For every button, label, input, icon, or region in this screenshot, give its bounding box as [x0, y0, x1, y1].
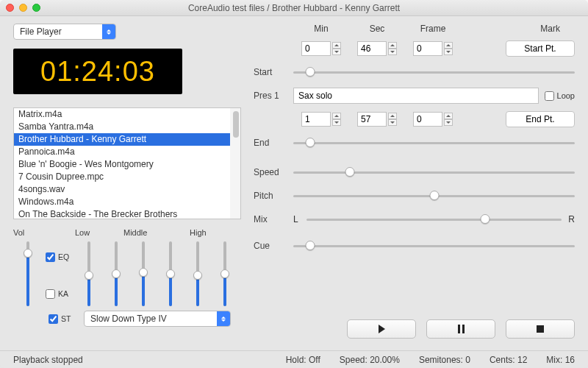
stop-button[interactable] [506, 319, 575, 339]
playlist-item[interactable]: Matrix.m4a [14, 108, 240, 121]
eq-slider-4[interactable] [162, 241, 179, 306]
status-cents: Cents: 12 [490, 355, 527, 365]
mid-label: Middle [103, 228, 165, 237]
chevron-down-icon[interactable] [444, 49, 453, 55]
status-bar: Playback stopped Hold: Off Speed: 20.00%… [0, 350, 588, 368]
chevron-down-icon[interactable] [388, 49, 397, 55]
playlist-item[interactable]: Blue 'n' Boogie - Wes Montgomery [14, 158, 240, 171]
app-window: CoreAudio test files / Brother Hubbard -… [0, 0, 588, 368]
playlist-item[interactable]: Pannoica.m4a [14, 146, 240, 158]
chevron-up-icon[interactable] [444, 113, 453, 119]
playlist-item[interactable]: Samba Yantra.m4a [14, 121, 240, 133]
eq-slider-2[interactable] [108, 241, 124, 306]
playlist-item[interactable]: Windows.m4a [14, 196, 240, 208]
source-selector-label: File Player [14, 26, 102, 37]
chevron-up-icon[interactable] [332, 113, 341, 119]
pause-icon [458, 325, 465, 333]
frame-header: Frame [405, 24, 461, 34]
mix-left-label: L [293, 214, 306, 224]
end-label: End [254, 138, 293, 148]
status-hold: Hold: Off [286, 355, 320, 365]
chevron-down-icon[interactable] [444, 119, 453, 126]
end-sec-input[interactable] [357, 112, 387, 127]
playlist[interactable]: Matrix.m4aSamba Yantra.m4aBrother Hubbar… [13, 107, 241, 219]
start-sec-stepper[interactable] [357, 41, 397, 56]
preset-name-input[interactable] [293, 88, 539, 104]
zoom-icon[interactable] [32, 4, 40, 12]
eq-slider-5[interactable] [190, 241, 206, 306]
status-mix: Mix: 16 [546, 355, 575, 365]
scrollbar-thumb[interactable] [233, 111, 239, 138]
start-min-input[interactable] [301, 41, 331, 56]
play-icon [379, 325, 385, 333]
eq-slider-1[interactable] [81, 241, 97, 306]
end-frame-stepper[interactable] [413, 112, 453, 127]
status-playback: Playback stopped [13, 355, 83, 365]
chevron-up-icon[interactable] [388, 113, 397, 119]
playlist-item[interactable]: Brother Hubbard - Kenny Garrett [14, 133, 240, 146]
playlist-item[interactable]: 4songs.wav [14, 183, 240, 196]
minimize-icon[interactable] [19, 4, 27, 12]
end-slider[interactable] [293, 136, 575, 149]
eq-checkbox[interactable]: EQ [46, 252, 72, 262]
start-label: Start [254, 67, 293, 77]
mark-header: Mark [461, 24, 575, 34]
source-selector[interactable]: File Player [13, 24, 116, 40]
eq-slider-3[interactable] [135, 241, 151, 306]
window-title: CoreAudio test files / Brother Hubbard -… [188, 3, 400, 13]
end-sec-stepper[interactable] [357, 112, 397, 127]
mix-right-label: R [562, 214, 575, 224]
time-display: 01:24:03 [13, 49, 182, 94]
start-point-button[interactable]: Start Pt. [506, 40, 575, 57]
pitch-label: Pitch [254, 191, 293, 201]
st-checkbox[interactable]: ST [49, 314, 78, 324]
close-icon[interactable] [6, 4, 14, 12]
low-label: Low [41, 228, 103, 237]
start-frame-input[interactable] [413, 41, 442, 56]
play-button[interactable] [347, 319, 416, 339]
pause-button[interactable] [426, 319, 495, 339]
eq-slider-6[interactable] [217, 241, 233, 306]
playlist-scrollbar[interactable] [230, 108, 240, 219]
slow-type-selector[interactable]: Slow Down Type IV [84, 311, 231, 327]
chevron-down-icon[interactable] [332, 119, 341, 126]
window-controls [6, 4, 40, 12]
status-speed: Speed: 20.00% [340, 355, 400, 365]
speed-slider[interactable] [293, 166, 575, 179]
loop-checkbox[interactable]: Loop [545, 91, 575, 101]
chevrons-icon [217, 311, 230, 326]
playlist-item[interactable]: 7 Cousin Dupree.mpc [14, 171, 240, 183]
slow-type-label: Slow Down Type IV [85, 314, 217, 324]
titlebar: CoreAudio test files / Brother Hubbard -… [0, 0, 588, 16]
chevrons-icon [102, 24, 115, 39]
pitch-slider[interactable] [293, 189, 575, 202]
status-semitones: Semitones: 0 [419, 355, 470, 365]
stop-icon [537, 325, 544, 333]
cue-label: Cue [254, 241, 293, 251]
chevron-down-icon[interactable] [332, 49, 341, 55]
min-header: Min [293, 24, 349, 34]
end-min-input[interactable] [301, 112, 331, 127]
end-min-stepper[interactable] [301, 112, 341, 127]
mix-slider[interactable] [306, 213, 562, 226]
chevron-down-icon[interactable] [388, 119, 397, 126]
ka-checkbox[interactable]: KA [46, 289, 72, 299]
start-slider[interactable] [293, 66, 575, 79]
playlist-item[interactable]: On The Backside - The Brecker Brothers [14, 208, 240, 219]
start-frame-stepper[interactable] [413, 41, 453, 56]
end-frame-input[interactable] [413, 112, 442, 127]
vol-label: Vol [13, 228, 41, 237]
chevron-up-icon[interactable] [332, 42, 341, 49]
cue-slider[interactable] [293, 239, 575, 252]
speed-label: Speed [254, 167, 293, 177]
start-sec-input[interactable] [357, 41, 387, 56]
mix-label: Mix [254, 214, 293, 224]
vol-slider[interactable] [20, 241, 36, 306]
sec-header: Sec [349, 24, 405, 34]
start-min-stepper[interactable] [301, 41, 341, 56]
high-label: High [165, 228, 207, 237]
preset-label: Pres 1 [254, 91, 293, 101]
end-point-button[interactable]: End Pt. [506, 111, 575, 127]
chevron-up-icon[interactable] [388, 42, 397, 49]
chevron-up-icon[interactable] [444, 42, 453, 49]
